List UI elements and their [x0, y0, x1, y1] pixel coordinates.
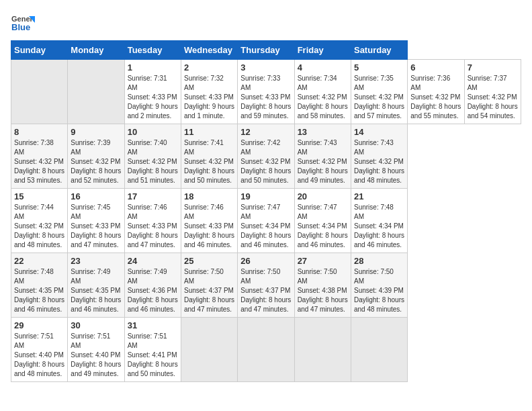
calendar-cell: 14Sunrise: 7:43 AMSunset: 4:32 PMDayligh… [351, 124, 407, 189]
calendar-cell: 23Sunrise: 7:49 AMSunset: 4:35 PMDayligh… [68, 253, 124, 318]
day-number: 7 [468, 62, 518, 73]
calendar-cell: 3Sunrise: 7:33 AMSunset: 4:33 PMDaylight… [238, 60, 294, 124]
day-number: 15 [14, 191, 64, 201]
day-info: Sunrise: 7:47 AMSunset: 4:34 PMDaylight:… [240, 203, 291, 250]
day-number: 21 [354, 191, 404, 201]
calendar-cell [351, 318, 407, 382]
calendar-cell: 6Sunrise: 7:36 AMSunset: 4:32 PMDaylight… [408, 60, 464, 124]
day-info: Sunrise: 7:40 AMSunset: 4:32 PMDaylight:… [128, 138, 178, 185]
day-info: Sunrise: 7:32 AMSunset: 4:33 PMDaylight:… [184, 74, 234, 121]
day-info: Sunrise: 7:38 AMSunset: 4:32 PMDaylight:… [14, 138, 64, 185]
calendar-cell: 8Sunrise: 7:38 AMSunset: 4:32 PMDaylight… [11, 124, 68, 189]
day-number: 20 [298, 191, 348, 201]
header-cell-wednesday: Wednesday [181, 41, 237, 60]
calendar-cell [294, 318, 351, 382]
calendar-cell: 26Sunrise: 7:50 AMSunset: 4:37 PMDayligh… [238, 253, 294, 318]
day-number: 10 [128, 127, 178, 137]
day-info: Sunrise: 7:48 AMSunset: 4:35 PMDaylight:… [14, 267, 64, 314]
calendar-cell: 13Sunrise: 7:43 AMSunset: 4:32 PMDayligh… [294, 124, 351, 189]
day-number: 18 [184, 191, 234, 201]
day-number: 1 [128, 62, 178, 73]
calendar-cell [181, 318, 237, 382]
calendar-cell: 11Sunrise: 7:41 AMSunset: 4:32 PMDayligh… [181, 124, 237, 189]
day-info: Sunrise: 7:31 AMSunset: 4:33 PMDaylight:… [128, 74, 178, 121]
calendar-cell: 27Sunrise: 7:50 AMSunset: 4:38 PMDayligh… [294, 253, 351, 318]
day-number: 31 [128, 320, 178, 330]
day-info: Sunrise: 7:34 AMSunset: 4:32 PMDaylight:… [298, 74, 348, 121]
day-info: Sunrise: 7:43 AMSunset: 4:32 PMDaylight:… [298, 138, 348, 185]
day-info: Sunrise: 7:42 AMSunset: 4:32 PMDaylight:… [240, 138, 291, 185]
day-number: 9 [71, 127, 121, 137]
day-info: Sunrise: 7:41 AMSunset: 4:32 PMDaylight:… [184, 138, 234, 185]
day-info: Sunrise: 7:35 AMSunset: 4:32 PMDaylight:… [354, 74, 404, 121]
calendar-cell: 1Sunrise: 7:31 AMSunset: 4:33 PMDaylight… [124, 60, 181, 124]
calendar-cell [68, 60, 124, 124]
day-number: 4 [298, 62, 348, 73]
day-number: 17 [128, 191, 178, 201]
day-info: Sunrise: 7:46 AMSunset: 4:33 PMDaylight:… [128, 203, 178, 250]
day-number: 16 [71, 191, 121, 201]
header-row: SundayMondayTuesdayWednesdayThursdayFrid… [11, 41, 521, 60]
logo-bird-icon: General Blue [11, 11, 35, 35]
week-row-5: 29Sunrise: 7:51 AMSunset: 4:40 PMDayligh… [11, 318, 521, 382]
day-info: Sunrise: 7:50 AMSunset: 4:39 PMDaylight:… [354, 267, 404, 314]
logo: General Blue [11, 11, 35, 35]
calendar-cell: 2Sunrise: 7:32 AMSunset: 4:33 PMDaylight… [181, 60, 237, 124]
day-number: 25 [184, 256, 234, 266]
day-info: Sunrise: 7:50 AMSunset: 4:38 PMDaylight:… [298, 267, 348, 314]
calendar-cell: 4Sunrise: 7:34 AMSunset: 4:32 PMDaylight… [294, 60, 351, 124]
calendar-cell: 21Sunrise: 7:48 AMSunset: 4:34 PMDayligh… [351, 189, 407, 253]
day-number: 6 [410, 62, 461, 73]
day-info: Sunrise: 7:43 AMSunset: 4:32 PMDaylight:… [354, 138, 404, 185]
header-cell-tuesday: Tuesday [124, 41, 181, 60]
calendar-cell: 12Sunrise: 7:42 AMSunset: 4:32 PMDayligh… [238, 124, 294, 189]
day-number: 27 [298, 256, 348, 266]
calendar-cell: 16Sunrise: 7:45 AMSunset: 4:33 PMDayligh… [68, 189, 124, 253]
week-row-3: 15Sunrise: 7:44 AMSunset: 4:32 PMDayligh… [11, 189, 521, 253]
calendar-cell: 31Sunrise: 7:51 AMSunset: 4:41 PMDayligh… [124, 318, 181, 382]
day-info: Sunrise: 7:51 AMSunset: 4:40 PMDaylight:… [14, 332, 64, 379]
day-info: Sunrise: 7:46 AMSunset: 4:33 PMDaylight:… [184, 203, 234, 250]
calendar-cell: 9Sunrise: 7:39 AMSunset: 4:32 PMDaylight… [68, 124, 124, 189]
day-number: 2 [184, 62, 234, 73]
calendar-cell: 18Sunrise: 7:46 AMSunset: 4:33 PMDayligh… [181, 189, 237, 253]
header-cell-sunday: Sunday [11, 41, 68, 60]
week-row-1: 1Sunrise: 7:31 AMSunset: 4:33 PMDaylight… [11, 60, 521, 124]
day-number: 23 [71, 256, 121, 266]
day-info: Sunrise: 7:48 AMSunset: 4:34 PMDaylight:… [354, 203, 404, 250]
day-number: 28 [354, 256, 404, 266]
day-number: 5 [354, 62, 404, 73]
day-number: 26 [240, 256, 291, 266]
day-info: Sunrise: 7:39 AMSunset: 4:32 PMDaylight:… [71, 138, 121, 185]
day-number: 29 [14, 320, 64, 330]
calendar-cell: 20Sunrise: 7:47 AMSunset: 4:34 PMDayligh… [294, 189, 351, 253]
day-info: Sunrise: 7:50 AMSunset: 4:37 PMDaylight:… [184, 267, 234, 314]
calendar-cell: 22Sunrise: 7:48 AMSunset: 4:35 PMDayligh… [11, 253, 68, 318]
day-info: Sunrise: 7:37 AMSunset: 4:32 PMDaylight:… [468, 74, 518, 121]
day-number: 12 [240, 127, 291, 137]
day-number: 13 [298, 127, 348, 137]
header: General Blue [11, 11, 521, 35]
week-row-4: 22Sunrise: 7:48 AMSunset: 4:35 PMDayligh… [11, 253, 521, 318]
day-info: Sunrise: 7:45 AMSunset: 4:33 PMDaylight:… [71, 203, 121, 250]
calendar-cell: 7Sunrise: 7:37 AMSunset: 4:32 PMDaylight… [464, 60, 521, 124]
day-number: 30 [71, 320, 121, 330]
day-info: Sunrise: 7:33 AMSunset: 4:33 PMDaylight:… [240, 74, 291, 121]
day-info: Sunrise: 7:49 AMSunset: 4:35 PMDaylight:… [71, 267, 121, 314]
calendar-cell: 28Sunrise: 7:50 AMSunset: 4:39 PMDayligh… [351, 253, 407, 318]
calendar-cell [11, 60, 68, 124]
header-cell-thursday: Thursday [238, 41, 294, 60]
day-number: 14 [354, 127, 404, 137]
header-cell-friday: Friday [294, 41, 351, 60]
calendar-cell [238, 318, 294, 382]
calendar-cell: 25Sunrise: 7:50 AMSunset: 4:37 PMDayligh… [181, 253, 237, 318]
calendar-cell: 30Sunrise: 7:51 AMSunset: 4:40 PMDayligh… [68, 318, 124, 382]
svg-text:Blue: Blue [11, 22, 30, 32]
day-info: Sunrise: 7:44 AMSunset: 4:32 PMDaylight:… [14, 203, 64, 250]
day-number: 8 [14, 127, 64, 137]
calendar-cell: 17Sunrise: 7:46 AMSunset: 4:33 PMDayligh… [124, 189, 181, 253]
day-info: Sunrise: 7:49 AMSunset: 4:36 PMDaylight:… [128, 267, 178, 314]
calendar-cell: 19Sunrise: 7:47 AMSunset: 4:34 PMDayligh… [238, 189, 294, 253]
day-number: 19 [240, 191, 291, 201]
header-cell-monday: Monday [68, 41, 124, 60]
